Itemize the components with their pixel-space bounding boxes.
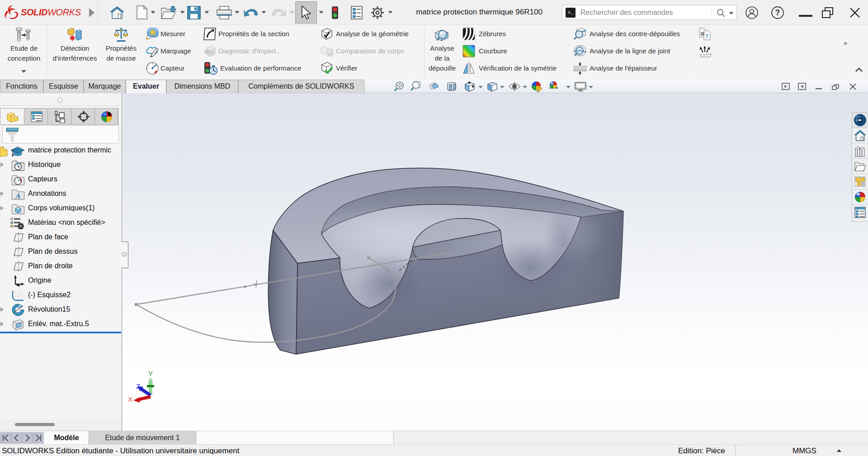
svg-text:3D: 3D <box>855 119 859 122</box>
svg-text:?: ? <box>775 8 780 17</box>
svg-text:A: A <box>15 192 20 200</box>
svg-text:Y: Y <box>148 370 153 377</box>
svg-text:X: X <box>128 395 132 403</box>
svg-text:?: ? <box>705 33 708 40</box>
svg-text:=?: =? <box>327 52 333 58</box>
